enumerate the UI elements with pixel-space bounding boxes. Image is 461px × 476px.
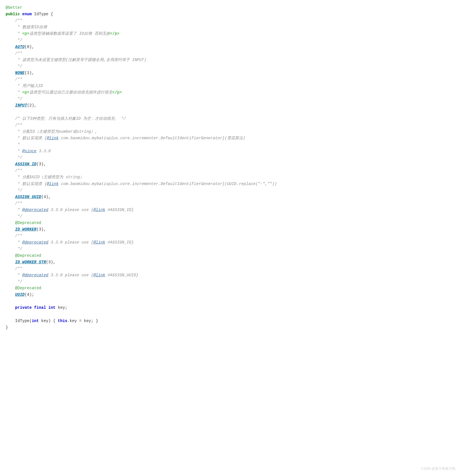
- code-line-3: /**: [6, 18, 455, 24]
- code-line-8: /**: [6, 50, 455, 57]
- code-line-20: * 分配ID（主键类型为number或string）,: [6, 129, 455, 135]
- code-line-10: */: [6, 63, 455, 70]
- code-line-24: */: [6, 155, 455, 161]
- code-line-14: * <p>该类型可以通过自己注册自动填充插件进行填充</p>: [6, 89, 455, 96]
- code-line-23: * @since 3.3.0: [6, 148, 455, 155]
- code-line-33: */: [6, 213, 455, 220]
- code-line-26: /**: [6, 168, 455, 174]
- code-line-32: * @deprecated 3.3.0 please use {@link #A…: [6, 207, 455, 213]
- code-line-49: IdType(int key) { this.key = key; }: [6, 318, 455, 324]
- code-line-18: /* 以下3种类型、只有当插入对象ID 为空，才自动填充。 */: [6, 116, 455, 122]
- code-line-47: private final int key;: [6, 305, 455, 311]
- code-line-38: */: [6, 246, 455, 252]
- code-line-36: /**: [6, 233, 455, 239]
- code-line-4: * 数据库ID自增: [6, 24, 455, 31]
- code-line-12: /**: [6, 76, 455, 83]
- code-line-25: ASSIGN_ID(3),: [6, 161, 455, 168]
- code-line-43: */: [6, 279, 455, 285]
- code-line-15: */: [6, 96, 455, 102]
- code-line-30: ASSIGN_UUID(4),: [6, 194, 455, 200]
- code-line-48: [6, 311, 455, 318]
- code-line-46: [6, 298, 455, 305]
- code-line-45: UUID(4);: [6, 292, 455, 298]
- code-line-13: * 用户输入ID: [6, 83, 455, 89]
- code-line-19: /**: [6, 122, 455, 129]
- code-line-40: ID_WORKER_STR(3),: [6, 259, 455, 266]
- watermark: CSDN @努力再努力鸭: [421, 466, 455, 471]
- code-line-29: */: [6, 187, 455, 194]
- code-line-11: NONE(1),: [6, 70, 455, 76]
- code-line-41: /**: [6, 266, 455, 272]
- code-line-31: /**: [6, 200, 455, 207]
- code-line-22: *: [6, 142, 455, 148]
- code-container: @Getterpublic enum IdType { /** * 数据库ID自…: [0, 0, 461, 476]
- code-line-16: INPUT(2),: [6, 102, 455, 109]
- code-line-1: @Getter: [6, 5, 455, 11]
- code-line-34: @Deprecated: [6, 220, 455, 226]
- code-line-17: [6, 109, 455, 116]
- code-block: @Getterpublic enum IdType { /** * 数据库ID自…: [6, 5, 455, 331]
- code-line-37: * @deprecated 3.3.0 please use {@link #A…: [6, 239, 455, 246]
- code-line-5: * <p>该类型请确保数据库设置了 ID自增 否则无效</p>: [6, 31, 455, 37]
- code-line-44: @Deprecated: [6, 285, 455, 292]
- code-line-21: * 默认实现类 {@link com.baomidou.mybatisplus.…: [6, 135, 455, 142]
- code-line-27: * 分配UUID（主键类型为 string）: [6, 174, 455, 181]
- code-line-6: */: [6, 37, 455, 44]
- code-line-7: AUTO(0),: [6, 44, 455, 50]
- code-line-35: ID_WORKER(3),: [6, 226, 455, 233]
- code-line-9: * 该类型为未设置主键类型(注解里等于跟随全局,全局里约等于 INPUT): [6, 57, 455, 63]
- code-line-28: * 默认实现类 {@link com.baomidou.mybatisplus.…: [6, 181, 455, 187]
- code-line-2: public enum IdType {: [6, 11, 455, 18]
- code-line-42: * @deprecated 3.3.0 please use {@link #A…: [6, 272, 455, 279]
- code-line-39: @Deprecated: [6, 253, 455, 259]
- code-line-50: }: [6, 324, 455, 331]
